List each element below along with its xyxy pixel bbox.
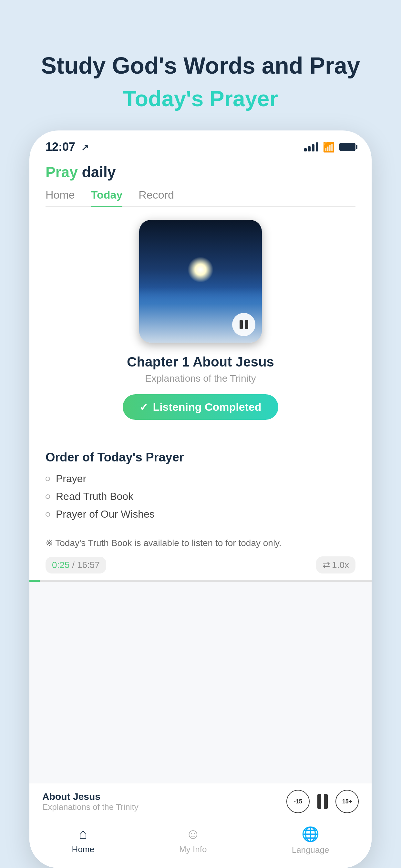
album-art-glow (188, 257, 213, 283)
time-total: 16:57 (77, 560, 100, 570)
home-icon: ⌂ (79, 826, 88, 842)
progress-bar[interactable] (29, 580, 372, 582)
list-item: Prayer of Our Wishes (45, 508, 356, 520)
logo-pray: Pray (45, 164, 78, 181)
note-text: ※ Today's Truth Book is available to lis… (45, 536, 356, 550)
app-logo: Pray daily (45, 163, 356, 181)
player-controls: -15 15+ (286, 790, 359, 813)
progress-section: 0:25 / 16:57 ⇄ 1.0x (29, 550, 372, 580)
order-item-3: Prayer of Our Wishes (56, 508, 155, 520)
nav-item-myinfo[interactable]: ☺ My Info (179, 826, 207, 855)
check-icon: ✓ (140, 401, 148, 413)
nav-label-home: Home (72, 844, 94, 855)
pause-bars (240, 320, 248, 329)
completed-text: Listening Completed (153, 401, 261, 413)
pause-button[interactable] (232, 313, 255, 336)
speed-icon: ⇄ (322, 560, 330, 570)
signal-icon (304, 143, 318, 151)
list-dot (45, 476, 50, 481)
track-subtitle: Explanations of the Trinity (145, 373, 256, 384)
player-track-name: About Jesus (42, 791, 138, 802)
tab-record[interactable]: Record (138, 189, 174, 206)
speed-display[interactable]: ⇄ 1.0x (316, 556, 356, 574)
status-time: 12:07 ↗ (45, 140, 89, 154)
navigation-icon: ↗ (81, 143, 89, 153)
play-pause-bar-left (317, 794, 321, 809)
nav-label-language: Language (292, 845, 329, 855)
phone-frame: 12:07 ↗ 📶 Pray daily Home Today Record (29, 130, 372, 868)
nav-label-myinfo: My Info (179, 844, 207, 855)
time-current: 0:25 (52, 560, 70, 570)
progress-bar-fill (29, 580, 40, 582)
list-item: Read Truth Book (45, 491, 356, 502)
order-section: Order of Today's Prayer Prayer Read Trut… (29, 436, 372, 530)
order-title: Order of Today's Prayer (45, 451, 356, 464)
pause-bar-right (245, 320, 248, 329)
myinfo-icon: ☺ (186, 826, 200, 842)
play-pause-button[interactable] (317, 794, 328, 809)
wifi-icon: 📶 (323, 142, 335, 153)
list-dot (45, 512, 50, 517)
page-title-line2: Today's Prayer (26, 86, 375, 111)
speed-value: 1.0x (332, 560, 349, 570)
nav-tabs: Home Today Record (45, 189, 356, 207)
play-pause-bar-right (324, 794, 328, 809)
audio-card: Chapter 1 About Jesus Explanations of th… (29, 207, 372, 436)
tab-today[interactable]: Today (91, 189, 123, 206)
forward-label: 15+ (342, 798, 352, 805)
pause-bar-left (240, 320, 243, 329)
battery-icon (339, 143, 356, 151)
tab-home[interactable]: Home (45, 189, 75, 206)
nav-item-language[interactable]: 🌐 Language (292, 826, 329, 855)
status-bar: 12:07 ↗ 📶 (29, 130, 372, 157)
order-list: Prayer Read Truth Book Prayer of Our Wis… (45, 473, 356, 520)
rewind-button[interactable]: -15 (286, 790, 310, 813)
completed-badge[interactable]: ✓ Listening Completed (123, 394, 278, 420)
track-title: Chapter 1 About Jesus (127, 354, 274, 370)
order-item-1: Prayer (56, 473, 86, 485)
status-icons: 📶 (304, 142, 356, 153)
note-section: ※ Today's Truth Book is available to lis… (29, 530, 372, 550)
bottom-player: About Jesus Explanations of the Trinity … (29, 783, 372, 819)
content-scroll: Chapter 1 About Jesus Explanations of th… (29, 207, 372, 783)
language-icon: 🌐 (302, 826, 319, 842)
rewind-label: -15 (294, 798, 302, 805)
nav-item-home[interactable]: ⌂ Home (72, 826, 94, 855)
player-info: About Jesus Explanations of the Trinity (42, 791, 138, 812)
list-item: Prayer (45, 473, 356, 485)
time-separator: / (72, 560, 77, 570)
forward-button[interactable]: 15+ (335, 790, 359, 813)
content-area: Chapter 1 About Jesus Explanations of th… (29, 207, 372, 783)
top-section: Study God's Words and Pray Today's Praye… (0, 0, 401, 130)
logo-daily: daily (78, 164, 116, 181)
player-track-sub: Explanations of the Trinity (42, 802, 138, 812)
album-art[interactable] (139, 220, 262, 343)
page-title-line1: Study God's Words and Pray (26, 52, 375, 80)
bottom-nav: ⌂ Home ☺ My Info 🌐 Language (29, 819, 372, 868)
order-item-2: Read Truth Book (56, 491, 133, 502)
time-display[interactable]: 0:25 / 16:57 (45, 557, 106, 574)
list-dot (45, 494, 50, 499)
app-header: Pray daily Home Today Record (29, 157, 372, 207)
